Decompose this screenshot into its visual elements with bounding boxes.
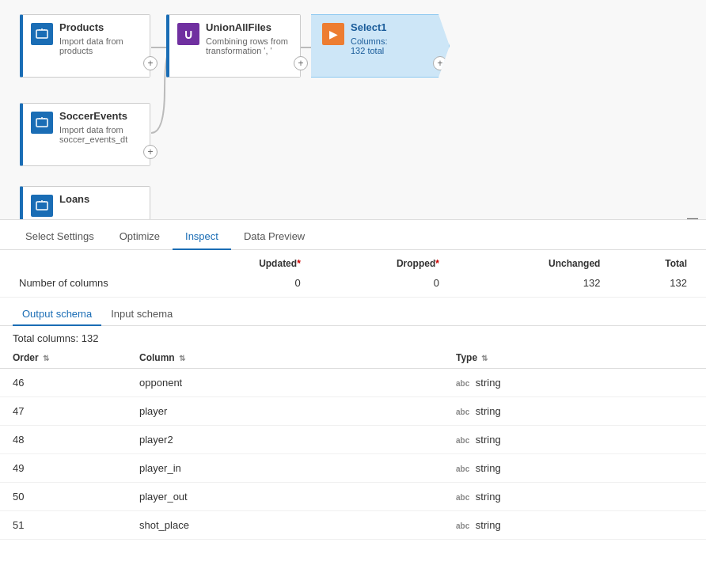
cell-column: player2 xyxy=(127,426,443,454)
soccer-title: SoccerEvents xyxy=(59,110,142,122)
cell-order: 51 xyxy=(0,511,127,540)
stats-label: Number of columns xyxy=(13,274,171,297)
col-header-order[interactable]: Order ⇅ xyxy=(0,347,127,369)
table-row: 51 shot_place abc string xyxy=(0,511,706,540)
cell-order: 50 xyxy=(0,483,127,511)
collapse-btn[interactable]: — xyxy=(687,212,698,220)
stats-unchanged: 132 xyxy=(446,274,607,297)
cell-column: shot_place xyxy=(127,511,443,540)
updated-star: * xyxy=(297,258,301,269)
stats-dropped: 0 xyxy=(307,274,446,297)
node-soccer[interactable]: SoccerEvents Import data from soccer_eve… xyxy=(20,103,150,166)
soccer-icon xyxy=(31,112,53,134)
select-title: Select1 xyxy=(351,21,441,33)
select-subtitle: Columns: 132 total xyxy=(351,36,441,55)
type-icon: abc xyxy=(456,465,469,473)
header-unchanged: Unchanged xyxy=(446,250,607,274)
stats-updated: 0 xyxy=(171,274,307,297)
cell-type: abc string xyxy=(443,369,706,397)
tab-optimize[interactable]: Optimize xyxy=(107,224,173,250)
type-sort-icon: ⇅ xyxy=(481,354,488,362)
cell-order: 49 xyxy=(0,454,127,483)
loans-icon xyxy=(31,195,53,217)
type-icon: abc xyxy=(456,436,469,445)
pipeline-canvas: Products Import data from products + Soc… xyxy=(0,0,706,220)
table-row: 46 opponent abc string xyxy=(0,369,706,397)
cell-order: 48 xyxy=(0,426,127,454)
cell-column: player_in xyxy=(127,454,443,483)
loans-title: Loans xyxy=(59,193,142,205)
col-header-type[interactable]: Type ⇅ xyxy=(443,347,706,369)
cell-column: player_out xyxy=(127,483,443,511)
soccer-subtitle: Import data from soccer_events_dt xyxy=(59,125,142,144)
select-add-btn[interactable]: + xyxy=(433,56,447,70)
cell-column: opponent xyxy=(127,369,443,397)
svg-rect-0 xyxy=(36,30,47,38)
stats-table: Updated* Dropped* Unchanged Total Number… xyxy=(13,250,693,297)
union-subtitle: Combining rows from transformation ', ' xyxy=(206,36,292,55)
dropped-star: * xyxy=(435,258,439,269)
union-add-btn[interactable]: + xyxy=(294,56,308,70)
data-table: Order ⇅ Column ⇅ Type ⇅ 46 opponent xyxy=(0,347,706,540)
union-icon: ∪ xyxy=(177,23,199,45)
col-header-column[interactable]: Column ⇅ xyxy=(127,347,443,369)
select-icon: ▶ xyxy=(322,23,344,45)
type-icon: abc xyxy=(456,408,469,416)
tab-select-settings[interactable]: Select Settings xyxy=(13,224,107,250)
cell-order: 47 xyxy=(0,397,127,426)
type-icon: abc xyxy=(456,522,469,530)
cell-order: 46 xyxy=(0,369,127,397)
svg-rect-2 xyxy=(36,202,47,210)
cell-column: player xyxy=(127,397,443,426)
svg-rect-1 xyxy=(36,119,47,127)
table-row: 47 player abc string xyxy=(0,397,706,426)
header-row-label xyxy=(13,250,171,274)
products-subtitle: Import data from products xyxy=(59,36,142,55)
stats-row: Number of columns 0 0 132 132 xyxy=(13,274,693,297)
stats-section: Updated* Dropped* Unchanged Total Number… xyxy=(0,250,706,298)
header-updated: Updated* xyxy=(171,250,307,274)
cell-type: abc string xyxy=(443,454,706,483)
tab-bar: Select Settings Optimize Inspect Data Pr… xyxy=(0,220,706,250)
node-union[interactable]: ∪ UnionAllFiles Combining rows from tran… xyxy=(166,14,301,78)
cell-type: abc string xyxy=(443,426,706,454)
cell-type: abc string xyxy=(443,397,706,426)
products-title: Products xyxy=(59,21,142,33)
table-row: 48 player2 abc string xyxy=(0,426,706,454)
tab-data-preview[interactable]: Data Preview xyxy=(231,224,317,250)
total-columns-label: Total columns: 132 xyxy=(0,326,706,347)
cell-type: abc string xyxy=(443,511,706,540)
bottom-panel: Select Settings Optimize Inspect Data Pr… xyxy=(0,220,706,588)
column-sort-icon: ⇅ xyxy=(179,354,185,362)
header-dropped: Dropped* xyxy=(307,250,446,274)
table-row: 50 player_out abc string xyxy=(0,483,706,511)
union-title: UnionAllFiles xyxy=(206,21,292,33)
schema-tab-input[interactable]: Input schema xyxy=(101,303,182,326)
cell-type: abc string xyxy=(443,483,706,511)
header-total: Total xyxy=(606,250,693,274)
type-icon: abc xyxy=(456,493,469,502)
products-icon xyxy=(31,23,53,45)
data-table-container[interactable]: Order ⇅ Column ⇅ Type ⇅ 46 opponent xyxy=(0,347,706,588)
node-products[interactable]: Products Import data from products + xyxy=(20,14,150,78)
soccer-add-btn[interactable]: + xyxy=(143,145,158,159)
type-icon: abc xyxy=(456,379,469,388)
node-select[interactable]: ▶ Select1 Columns: 132 total + xyxy=(311,14,450,78)
node-loans[interactable]: Loans xyxy=(20,186,150,220)
order-sort-icon: ⇅ xyxy=(43,354,49,362)
tab-inspect[interactable]: Inspect xyxy=(173,224,231,250)
schema-tabs: Output schema Input schema xyxy=(0,298,706,326)
products-add-btn[interactable]: + xyxy=(143,56,158,70)
schema-tab-output[interactable]: Output schema xyxy=(13,303,101,326)
table-row: 49 player_in abc string xyxy=(0,454,706,483)
stats-total: 132 xyxy=(606,274,693,297)
